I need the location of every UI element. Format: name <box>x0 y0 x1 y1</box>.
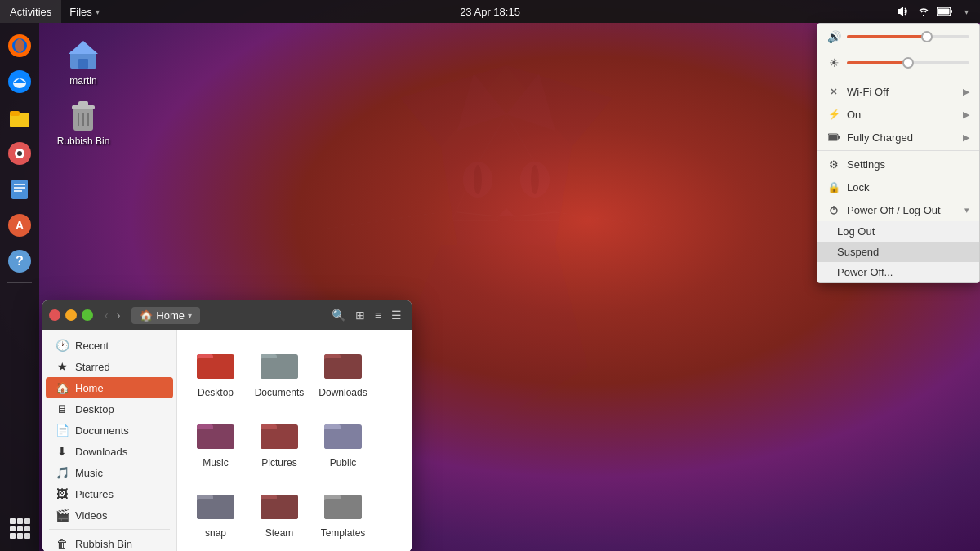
svg-line-19 <box>327 212 441 229</box>
home-icon-label: martin <box>69 75 96 87</box>
dock-item-appgrid[interactable] <box>3 512 36 544</box>
folder-public[interactable]: Public <box>314 410 372 473</box>
starred-icon: ★ <box>56 360 69 373</box>
svg-point-9 <box>531 165 539 194</box>
system-menu-arrow-icon[interactable]: ▾ <box>957 2 975 20</box>
desktop-icon-home[interactable]: martin <box>51 31 116 90</box>
folder-templates[interactable]: Templates <box>314 480 372 544</box>
battery-icon[interactable] <box>936 2 954 20</box>
settings-label: Settings <box>847 158 885 171</box>
logout-item[interactable]: Log Out <box>817 221 979 242</box>
nav-back-button[interactable]: ‹ <box>101 307 112 323</box>
sidebar-item-downloads[interactable]: ⬇ Downloads <box>46 441 173 462</box>
volume-slider[interactable] <box>847 35 969 38</box>
power-submenu: Log Out Suspend Power Off... <box>817 221 979 282</box>
lock-menu-item[interactable]: 🔒 Lock <box>817 176 979 198</box>
power-menu-item[interactable]: Power Off / Log Out ▾ <box>817 198 979 221</box>
battery-menu-item[interactable]: Fully Charged ▶ <box>817 126 979 149</box>
dock-item-writer[interactable] <box>3 173 36 206</box>
svg-rect-80 <box>261 429 298 449</box>
battery-arrow-icon: ▶ <box>963 132 969 143</box>
sidebar-item-videos[interactable]: 🎬 Videos <box>46 504 173 526</box>
file-sidebar: 🕐 Recent ★ Starred 🏠 Home 🖥 Desktop 📄 <box>42 330 177 551</box>
dock-item-firefox[interactable] <box>3 29 36 62</box>
folder-pictures-icon <box>260 415 299 454</box>
wifi-icon <box>827 85 840 98</box>
bluetooth-menu-item[interactable]: ⚡ On ▶ <box>817 103 979 126</box>
window-close-button[interactable]: ✕ <box>49 309 60 321</box>
svg-rect-29 <box>10 111 20 116</box>
file-manager-window: ✕ − + ‹ › 🏠 Home ▾ 🔍 ⊞ ≡ ☰ <box>42 300 412 551</box>
music-sidebar-label: Music <box>75 467 103 479</box>
sidebar-item-music[interactable]: 🎵 Music <box>46 462 173 483</box>
svg-marker-51 <box>69 41 98 54</box>
brightness-slider[interactable] <box>847 61 969 64</box>
dock-item-help[interactable]: ? <box>3 245 36 278</box>
suspend-item[interactable]: Suspend <box>817 242 979 262</box>
sidebar-item-desktop[interactable]: 🖥 Desktop <box>46 398 173 420</box>
window-minimize-button[interactable]: − <box>65 309 77 321</box>
window-maximize-button[interactable]: + <box>82 309 93 321</box>
sidebar-item-pictures[interactable]: 🖼 Pictures <box>46 483 173 504</box>
files-label: Files <box>69 6 91 18</box>
poweroff-label: Power Off... <box>837 266 893 278</box>
folder-downloads-label: Downloads <box>318 387 367 398</box>
svg-rect-36 <box>14 190 22 192</box>
wifi-menu-item[interactable]: Wi-Fi Off ▶ <box>817 80 979 103</box>
folder-snap[interactable]: snap <box>187 480 244 544</box>
sidebar-item-trash[interactable]: 🗑 Rubbish Bin <box>46 533 173 551</box>
brightness-slider-icon: ☀ <box>827 56 840 69</box>
poweroff-item[interactable]: Power Off... <box>817 262 979 282</box>
svg-rect-89 <box>261 499 298 519</box>
dock-item-files[interactable] <box>3 101 36 134</box>
files-menu-button[interactable]: Files ▾ <box>61 0 107 23</box>
dock-item-appcenter[interactable]: A <box>3 209 36 242</box>
wifi-label: Wi-Fi Off <box>847 86 889 98</box>
starred-label: Starred <box>75 361 110 373</box>
sidebar-item-documents[interactable]: 📄 Documents <box>46 420 173 441</box>
svg-rect-33 <box>11 180 28 199</box>
system-menu: 🔊 ☀ Wi-Fi Off ▶ <box>817 23 980 283</box>
sidebar-item-starred[interactable]: ★ Starred <box>46 356 173 377</box>
desktop-sidebar-label: Desktop <box>75 403 114 415</box>
folder-documents-label: Documents <box>255 387 305 398</box>
view-grid-button[interactable]: ⊞ <box>352 306 368 324</box>
folder-music-icon <box>196 415 235 454</box>
network-icon[interactable] <box>915 2 933 20</box>
file-manager-body: 🕐 Recent ★ Starred 🏠 Home 🖥 Desktop 📄 <box>42 330 412 551</box>
lock-icon: 🔒 <box>827 180 840 193</box>
folder-steam[interactable]: Steam <box>251 480 308 544</box>
pictures-sidebar-icon: 🖼 <box>56 487 69 500</box>
folder-desktop[interactable]: Desktop <box>187 340 244 403</box>
location-home-icon: 🏠 <box>140 309 153 322</box>
folder-documents[interactable]: Documents <box>251 340 308 403</box>
settings-menu-item[interactable]: ⚙ Settings <box>817 153 979 176</box>
clock-time: 23 Apr 18:15 <box>460 6 520 18</box>
titlebar-location[interactable]: 🏠 Home ▾ <box>131 307 200 324</box>
svg-rect-44 <box>10 526 16 531</box>
power-label: Power Off / Log Out <box>847 204 941 216</box>
volume-icon[interactable] <box>893 2 911 20</box>
sidebar-item-home[interactable]: 🏠 Home <box>46 377 173 398</box>
dock-separator <box>7 282 32 283</box>
sidebar-item-recent[interactable]: 🕐 Recent <box>46 335 173 356</box>
view-list-button[interactable]: ≡ <box>372 306 385 324</box>
trash-sidebar-icon: 🗑 <box>56 537 69 550</box>
dock-item-thunderbird[interactable] <box>3 65 36 98</box>
dock-item-rhythmbox[interactable] <box>3 137 36 170</box>
desktop-sidebar-icon: 🖥 <box>56 402 69 415</box>
folder-downloads[interactable]: Downloads <box>314 340 372 403</box>
file-manager-titlebar: ✕ − + ‹ › 🏠 Home ▾ 🔍 ⊞ ≡ ☰ <box>42 300 412 330</box>
svg-marker-3 <box>392 245 588 424</box>
desktop-icon-trash[interactable]: Rubbish Bin <box>51 91 116 150</box>
nav-forward-button[interactable]: › <box>114 307 124 323</box>
search-tool-button[interactable]: 🔍 <box>328 306 349 324</box>
svg-rect-48 <box>17 533 23 539</box>
folder-documents-icon <box>260 344 299 384</box>
folder-pictures[interactable]: Pictures <box>251 410 308 473</box>
svg-text:?: ? <box>16 254 24 268</box>
activities-button[interactable]: Activities <box>0 0 61 23</box>
folder-music[interactable]: Music <box>187 410 244 473</box>
view-options-button[interactable]: ☰ <box>388 306 405 324</box>
bluetooth-icon: ⚡ <box>827 108 840 121</box>
